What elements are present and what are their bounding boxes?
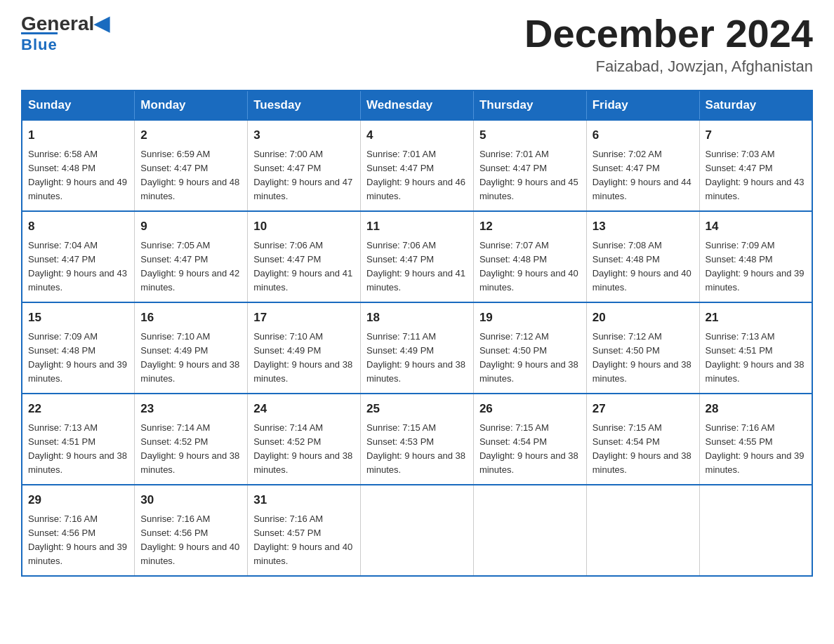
calendar-week-row: 22 Sunrise: 7:13 AMSunset: 4:51 PMDaylig… xyxy=(22,394,812,485)
day-number: 5 xyxy=(479,126,581,145)
table-row: 11 Sunrise: 7:06 AMSunset: 4:47 PMDaylig… xyxy=(361,211,474,302)
day-number: 23 xyxy=(140,400,241,418)
table-row: 9 Sunrise: 7:05 AMSunset: 4:47 PMDayligh… xyxy=(135,211,248,302)
table-row: 8 Sunrise: 7:04 AMSunset: 4:47 PMDayligh… xyxy=(22,211,135,302)
table-row: 16 Sunrise: 7:10 AMSunset: 4:49 PMDaylig… xyxy=(135,302,248,394)
day-info: Sunrise: 7:12 AMSunset: 4:50 PMDaylight:… xyxy=(593,330,694,387)
day-number: 15 xyxy=(28,309,128,327)
calendar-week-row: 15 Sunrise: 7:09 AMSunset: 4:48 PMDaylig… xyxy=(22,302,812,394)
col-sunday: Sunday xyxy=(22,90,135,120)
table-row: 18 Sunrise: 7:11 AMSunset: 4:49 PMDaylig… xyxy=(361,302,474,394)
table-row: 5 Sunrise: 7:01 AMSunset: 4:47 PMDayligh… xyxy=(473,120,586,211)
day-info: Sunrise: 7:15 AMSunset: 4:54 PMDaylight:… xyxy=(479,421,581,478)
day-number: 8 xyxy=(28,217,128,236)
calendar-week-row: 8 Sunrise: 7:04 AMSunset: 4:47 PMDayligh… xyxy=(22,211,812,302)
col-wednesday: Wednesday xyxy=(361,90,474,120)
table-row: 29 Sunrise: 7:16 AMSunset: 4:56 PMDaylig… xyxy=(22,485,135,576)
day-number: 3 xyxy=(253,126,355,145)
table-row: 13 Sunrise: 7:08 AMSunset: 4:48 PMDaylig… xyxy=(586,211,699,302)
day-info: Sunrise: 7:01 AMSunset: 4:47 PMDaylight:… xyxy=(479,147,581,204)
day-number: 19 xyxy=(479,309,581,327)
table-row xyxy=(361,485,474,576)
day-number: 1 xyxy=(28,126,128,145)
table-row: 17 Sunrise: 7:10 AMSunset: 4:49 PMDaylig… xyxy=(248,302,361,394)
col-friday: Friday xyxy=(586,90,699,120)
table-row: 15 Sunrise: 7:09 AMSunset: 4:48 PMDaylig… xyxy=(22,302,135,394)
col-tuesday: Tuesday xyxy=(248,90,361,120)
day-info: Sunrise: 7:11 AMSunset: 4:49 PMDaylight:… xyxy=(366,330,468,387)
calendar-header-row: Sunday Monday Tuesday Wednesday Thursday… xyxy=(22,90,812,120)
day-info: Sunrise: 7:10 AMSunset: 4:49 PMDaylight:… xyxy=(140,330,241,387)
day-info: Sunrise: 7:08 AMSunset: 4:48 PMDaylight:… xyxy=(593,239,694,295)
calendar-table: Sunday Monday Tuesday Wednesday Thursday… xyxy=(21,90,813,577)
table-row: 10 Sunrise: 7:06 AMSunset: 4:47 PMDaylig… xyxy=(248,211,361,302)
logo-blue: Blue xyxy=(21,32,58,54)
day-info: Sunrise: 7:16 AMSunset: 4:57 PMDaylight:… xyxy=(253,512,355,569)
day-number: 30 xyxy=(140,491,241,509)
day-number: 2 xyxy=(140,126,241,145)
day-number: 26 xyxy=(479,400,581,418)
table-row: 30 Sunrise: 7:16 AMSunset: 4:56 PMDaylig… xyxy=(135,485,248,576)
day-number: 11 xyxy=(366,217,468,236)
day-number: 13 xyxy=(593,217,694,236)
day-info: Sunrise: 6:58 AMSunset: 4:48 PMDaylight:… xyxy=(28,147,128,204)
day-number: 17 xyxy=(253,309,355,327)
title-section: December 2024 Faizabad, Jowzjan, Afghani… xyxy=(524,14,813,76)
day-info: Sunrise: 7:06 AMSunset: 4:47 PMDaylight:… xyxy=(253,239,355,295)
table-row xyxy=(473,485,586,576)
day-info: Sunrise: 7:06 AMSunset: 4:47 PMDaylight:… xyxy=(366,239,468,295)
location: Faizabad, Jowzjan, Afghanistan xyxy=(524,58,813,76)
table-row: 21 Sunrise: 7:13 AMSunset: 4:51 PMDaylig… xyxy=(699,302,812,394)
day-number: 7 xyxy=(706,126,806,145)
table-row: 4 Sunrise: 7:01 AMSunset: 4:47 PMDayligh… xyxy=(361,120,474,211)
table-row: 12 Sunrise: 7:07 AMSunset: 4:48 PMDaylig… xyxy=(473,211,586,302)
day-info: Sunrise: 7:14 AMSunset: 4:52 PMDaylight:… xyxy=(253,421,355,478)
day-number: 9 xyxy=(140,217,241,236)
day-info: Sunrise: 7:16 AMSunset: 4:56 PMDaylight:… xyxy=(28,512,128,569)
day-number: 27 xyxy=(593,400,694,418)
table-row: 24 Sunrise: 7:14 AMSunset: 4:52 PMDaylig… xyxy=(248,394,361,485)
table-row: 7 Sunrise: 7:03 AMSunset: 4:47 PMDayligh… xyxy=(699,120,812,211)
day-number: 14 xyxy=(706,217,806,236)
table-row: 31 Sunrise: 7:16 AMSunset: 4:57 PMDaylig… xyxy=(248,485,361,576)
table-row: 22 Sunrise: 7:13 AMSunset: 4:51 PMDaylig… xyxy=(22,394,135,485)
day-number: 25 xyxy=(366,400,468,418)
day-number: 24 xyxy=(253,400,355,418)
table-row: 23 Sunrise: 7:14 AMSunset: 4:52 PMDaylig… xyxy=(135,394,248,485)
table-row xyxy=(586,485,699,576)
day-number: 18 xyxy=(366,309,468,327)
table-row: 14 Sunrise: 7:09 AMSunset: 4:48 PMDaylig… xyxy=(699,211,812,302)
day-info: Sunrise: 7:15 AMSunset: 4:54 PMDaylight:… xyxy=(593,421,694,478)
table-row xyxy=(699,485,812,576)
month-title: December 2024 xyxy=(524,14,813,53)
day-info: Sunrise: 7:00 AMSunset: 4:47 PMDaylight:… xyxy=(253,147,355,204)
logo-text: General◀ xyxy=(21,14,110,34)
table-row: 28 Sunrise: 7:16 AMSunset: 4:55 PMDaylig… xyxy=(699,394,812,485)
table-row: 6 Sunrise: 7:02 AMSunset: 4:47 PMDayligh… xyxy=(586,120,699,211)
table-row: 25 Sunrise: 7:15 AMSunset: 4:53 PMDaylig… xyxy=(361,394,474,485)
day-number: 20 xyxy=(593,309,694,327)
day-info: Sunrise: 7:14 AMSunset: 4:52 PMDaylight:… xyxy=(140,421,241,478)
day-info: Sunrise: 7:07 AMSunset: 4:48 PMDaylight:… xyxy=(479,239,581,295)
col-saturday: Saturday xyxy=(699,90,812,120)
day-number: 16 xyxy=(140,309,241,327)
day-info: Sunrise: 7:04 AMSunset: 4:47 PMDaylight:… xyxy=(28,239,128,295)
calendar-week-row: 29 Sunrise: 7:16 AMSunset: 4:56 PMDaylig… xyxy=(22,485,812,576)
col-monday: Monday xyxy=(135,90,248,120)
logo: General◀ Blue xyxy=(21,14,110,54)
day-number: 22 xyxy=(28,400,128,418)
table-row: 3 Sunrise: 7:00 AMSunset: 4:47 PMDayligh… xyxy=(248,120,361,211)
day-info: Sunrise: 7:03 AMSunset: 4:47 PMDaylight:… xyxy=(706,147,806,204)
table-row: 19 Sunrise: 7:12 AMSunset: 4:50 PMDaylig… xyxy=(473,302,586,394)
page-header: General◀ Blue December 2024 Faizabad, Jo… xyxy=(21,14,813,76)
table-row: 2 Sunrise: 6:59 AMSunset: 4:47 PMDayligh… xyxy=(135,120,248,211)
table-row: 20 Sunrise: 7:12 AMSunset: 4:50 PMDaylig… xyxy=(586,302,699,394)
day-info: Sunrise: 7:02 AMSunset: 4:47 PMDaylight:… xyxy=(593,147,694,204)
table-row: 27 Sunrise: 7:15 AMSunset: 4:54 PMDaylig… xyxy=(586,394,699,485)
table-row: 1 Sunrise: 6:58 AMSunset: 4:48 PMDayligh… xyxy=(22,120,135,211)
day-number: 6 xyxy=(593,126,694,145)
day-info: Sunrise: 7:13 AMSunset: 4:51 PMDaylight:… xyxy=(706,330,806,387)
col-thursday: Thursday xyxy=(473,90,586,120)
day-info: Sunrise: 7:13 AMSunset: 4:51 PMDaylight:… xyxy=(28,421,128,478)
day-info: Sunrise: 7:15 AMSunset: 4:53 PMDaylight:… xyxy=(366,421,468,478)
